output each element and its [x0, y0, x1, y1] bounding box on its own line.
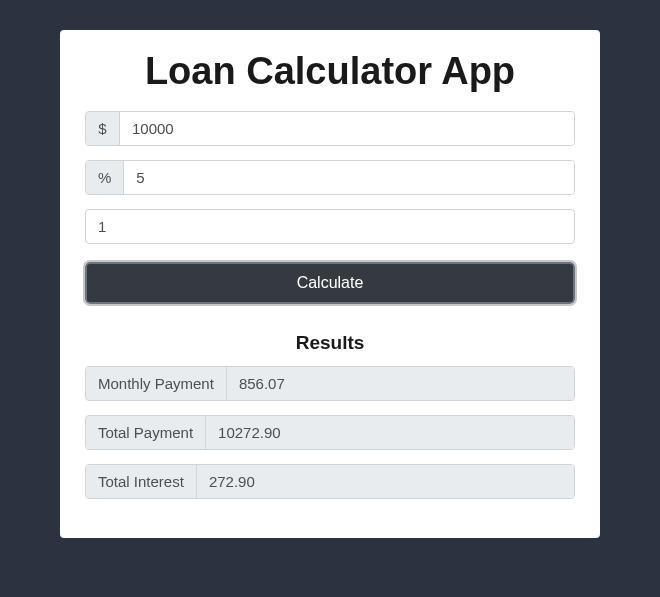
- monthly-payment-value: 856.07: [227, 367, 574, 400]
- total-interest-value: 272.90: [197, 465, 574, 498]
- dollar-icon: $: [86, 112, 120, 145]
- rate-input-group: %: [85, 160, 575, 195]
- monthly-payment-label: Monthly Payment: [86, 367, 227, 400]
- total-payment-label: Total Payment: [86, 416, 206, 449]
- years-input[interactable]: [85, 209, 575, 244]
- total-payment-value: 10272.90: [206, 416, 574, 449]
- loan-calculator-card: Loan Calculator App $ % Calculate Result…: [60, 30, 600, 538]
- total-payment-row: Total Payment 10272.90: [85, 415, 575, 450]
- results-heading: Results: [85, 332, 575, 354]
- rate-input[interactable]: [124, 161, 574, 194]
- monthly-payment-row: Monthly Payment 856.07: [85, 366, 575, 401]
- calculate-button[interactable]: Calculate: [85, 262, 575, 304]
- total-interest-row: Total Interest 272.90: [85, 464, 575, 499]
- percent-icon: %: [86, 161, 124, 194]
- total-interest-label: Total Interest: [86, 465, 197, 498]
- page-title: Loan Calculator App: [85, 50, 575, 93]
- amount-input[interactable]: [120, 112, 574, 145]
- amount-input-group: $: [85, 111, 575, 146]
